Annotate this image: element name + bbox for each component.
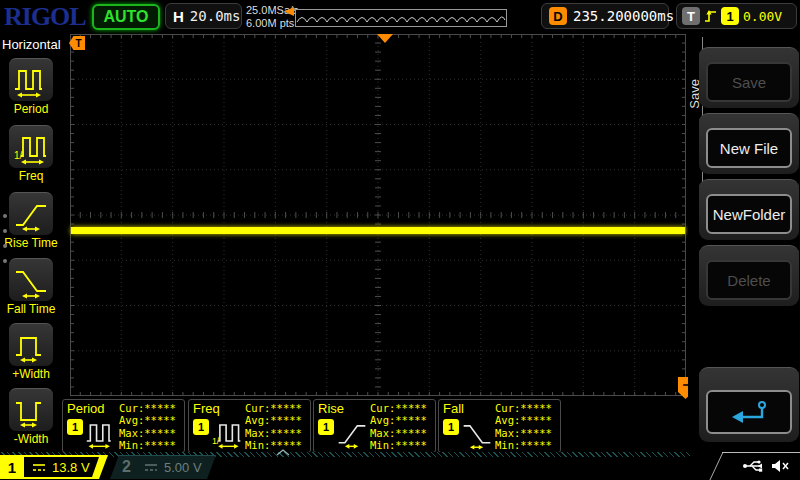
softkey-delete[interactable]: Delete (699, 245, 799, 306)
sidebar-item-freq[interactable]: 1/ Freq (0, 125, 62, 183)
sidebar-item-label: Rise Time (0, 236, 62, 250)
channel1-trace (71, 227, 685, 234)
waveform-overview-strip[interactable] (295, 9, 507, 27)
measurement-title: Fall (443, 401, 464, 416)
statusbar-divider (709, 452, 723, 480)
freq-icon: 1/ (211, 416, 243, 454)
channel2-label[interactable]: 2 5.00 V (110, 455, 216, 479)
minus-width-icon (9, 388, 53, 431)
trigger-level-value: 0.00V (743, 9, 782, 24)
new-folder-button[interactable]: NewFolder (706, 194, 792, 234)
trigger-badge: T (682, 7, 700, 25)
channel1-scale: 13.8 V (52, 455, 90, 479)
fall-time-icon (461, 416, 493, 454)
sidebar-item-fall-time[interactable]: Fall Time (0, 258, 62, 316)
horizontal-timebase-box[interactable]: H 20.0ms (165, 3, 242, 29)
top-status-bar: RIGOL AUTO H 20.0ms 25.0MSa/s 6.00M pts … (0, 0, 800, 33)
sidebar-item-minus-width[interactable]: -Width (0, 388, 62, 446)
softkey-new-folder[interactable]: NewFolder (699, 179, 799, 240)
sidebar-item-plus-width[interactable]: +Width (0, 323, 62, 381)
trigger-slope-icon (704, 8, 717, 24)
sidebar-item-label: +Width (0, 367, 62, 381)
sidebar-item-label: -Width (0, 432, 62, 446)
menu-page-dots (3, 203, 7, 274)
sidebar-item-label: Fall Time (0, 302, 62, 316)
statusbar-topline (722, 452, 800, 453)
save-menu-panel: Save Save New File NewFolder Delete (688, 33, 800, 460)
measurement-box-period[interactable]: Period 1 Cur:***** Avg:***** Max:***** M… (62, 399, 185, 453)
measurement-title: Freq (193, 401, 220, 416)
trigger-box[interactable]: T 1 0.00V (676, 3, 797, 29)
sidebar-item-label: Period (0, 102, 62, 116)
measurement-stats: Cur:***** Avg:***** Max:***** Min:***** (495, 402, 552, 451)
channel1-label[interactable]: 1 13.8 V (0, 455, 108, 479)
period-icon (9, 58, 53, 101)
sidebar-item-rise-time[interactable]: Rise Time (0, 192, 62, 250)
plus-width-icon (9, 323, 53, 366)
delay-value: 235.200000ms (573, 8, 674, 24)
channel1-number: 1 (0, 455, 24, 479)
delay-badge: D (549, 7, 567, 25)
dc-coupling-icon (144, 463, 158, 473)
channel-badge: 1 (193, 419, 209, 435)
freq-icon: 1/ (9, 125, 53, 168)
fall-time-icon (9, 258, 53, 301)
return-button[interactable] (706, 390, 792, 434)
channel-badge: 1 (67, 419, 83, 435)
oscilloscope-screen: RIGOL AUTO H 20.0ms 25.0MSa/s 6.00M pts … (0, 0, 800, 480)
menu-notch-icon (276, 449, 290, 456)
sidebar-item-period[interactable]: Period (0, 58, 62, 116)
memory-depth: 6.00M pts (246, 17, 299, 30)
measurement-box-freq[interactable]: Freq 1 1/ Cur:***** Avg:***** Max:***** … (188, 399, 311, 453)
channel-badge: 1 (443, 419, 459, 435)
softkey-save[interactable]: Save (699, 47, 799, 108)
channel-badge: 1 (318, 419, 334, 435)
svg-text:1/: 1/ (14, 150, 23, 161)
softkey-return[interactable] (699, 367, 799, 442)
rigol-logo: RIGOL (4, 2, 86, 32)
channel2-number: 2 (122, 455, 131, 479)
run-status-badge[interactable]: AUTO (92, 4, 160, 30)
rise-time-icon (9, 192, 53, 235)
measurement-stats: Cur:***** Avg:***** Max:***** Min:***** (119, 402, 176, 451)
usb-icon (742, 458, 766, 474)
speaker-muted-icon (770, 458, 790, 474)
graticule-grid (70, 34, 686, 396)
delay-box[interactable]: D 235.200000ms (541, 3, 669, 29)
sidebar-item-label: Freq (0, 169, 62, 183)
dc-coupling-icon (32, 463, 46, 473)
channel-status-bar: 1 13.8 V 2 5.00 V (0, 452, 800, 480)
svg-text:1/: 1/ (212, 436, 220, 446)
delete-button[interactable]: Delete (706, 260, 792, 300)
return-arrow-icon (729, 399, 769, 425)
channel2-scale: 5.00 V (164, 455, 202, 479)
measure-menu-title: Horizontal (2, 37, 61, 52)
timebase-value: 20.0ms (190, 8, 241, 24)
new-file-button[interactable]: New File (706, 128, 792, 168)
measurement-stats: Cur:***** Avg:***** Max:***** Min:***** (245, 402, 302, 451)
softkey-new-file[interactable]: New File (699, 113, 799, 174)
waveform-display-area[interactable]: T T (70, 34, 686, 396)
period-icon (85, 416, 117, 454)
rise-time-icon (336, 416, 368, 454)
measurement-box-rise[interactable]: Rise 1 Cur:***** Avg:***** Max:***** Min… (313, 399, 436, 453)
measurement-box-fall[interactable]: Fall 1 Cur:***** Avg:***** Max:***** Min… (438, 399, 561, 453)
measurement-title: Period (67, 401, 105, 416)
horizontal-label: H (173, 8, 184, 25)
acquisition-info: 25.0MSa/s 6.00M pts (246, 4, 299, 30)
save-button[interactable]: Save (706, 62, 792, 102)
measurement-stats: Cur:***** Avg:***** Max:***** Min:***** (370, 402, 427, 451)
measurement-title: Rise (318, 401, 344, 416)
trigger-source-badge: 1 (721, 7, 739, 25)
measure-menu-sidebar: Horizontal Period 1/ Freq (0, 33, 62, 453)
overview-waveform-icon (296, 10, 506, 26)
